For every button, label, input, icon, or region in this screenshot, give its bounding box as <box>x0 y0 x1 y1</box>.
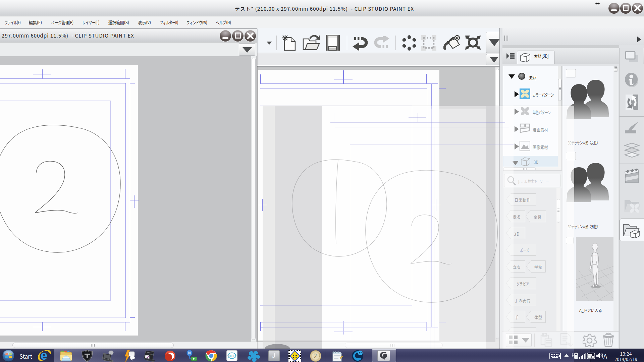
svg-text:e: e <box>41 349 47 362</box>
svg-text:2: 2 <box>314 352 317 360</box>
svg-text:CLiP: CLiP <box>228 354 236 358</box>
